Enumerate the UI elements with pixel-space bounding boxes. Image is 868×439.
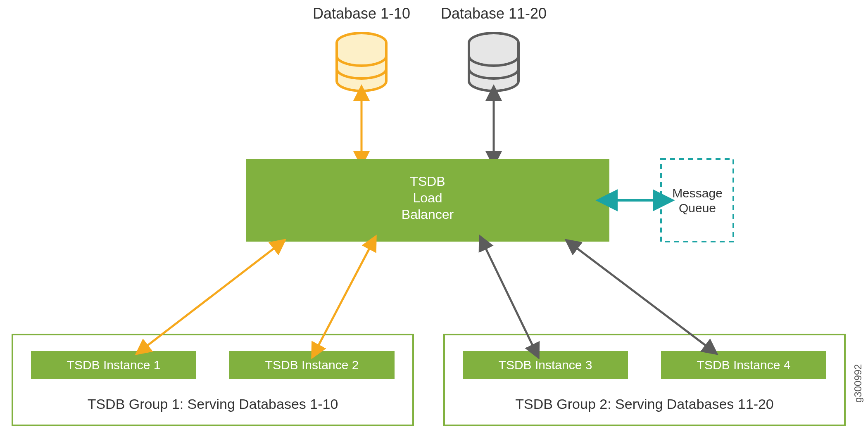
arrow-lb-to-inst4 [576, 248, 706, 346]
instance-1-label: TSDB Instance 1 [67, 358, 161, 372]
load-balancer-text-3: Balancer [402, 207, 454, 222]
arrow-lb-to-inst2 [318, 248, 370, 346]
message-queue-box [661, 159, 733, 242]
instance-4-label: TSDB Instance 4 [697, 358, 791, 372]
group-1-label: TSDB Group 1: Serving Databases 1-10 [88, 396, 338, 412]
database-icon-right [469, 33, 518, 91]
group-1-box [12, 335, 413, 425]
instance-2-label: TSDB Instance 2 [265, 358, 359, 372]
arrow-lb-to-inst3 [485, 248, 533, 346]
message-queue-text-2: Queue [679, 201, 716, 215]
figure-id: g300992 [852, 364, 863, 403]
instance-3-label: TSDB Instance 3 [499, 358, 592, 372]
group-2-box [444, 335, 845, 425]
database-icon-left [337, 33, 386, 91]
architecture-diagram: Database 1-10 Database 11-20 TSDB Load B… [0, 0, 868, 439]
db-left-label: Database 1-10 [313, 5, 410, 22]
db-right-label: Database 11-20 [441, 5, 547, 22]
arrow-lb-to-inst1 [147, 248, 275, 346]
load-balancer-text-2: Load [413, 190, 442, 205]
group-2-label: TSDB Group 2: Serving Databases 11-20 [515, 396, 774, 412]
load-balancer-text-1: TSDB [410, 174, 445, 189]
message-queue-text-1: Message [672, 186, 723, 200]
